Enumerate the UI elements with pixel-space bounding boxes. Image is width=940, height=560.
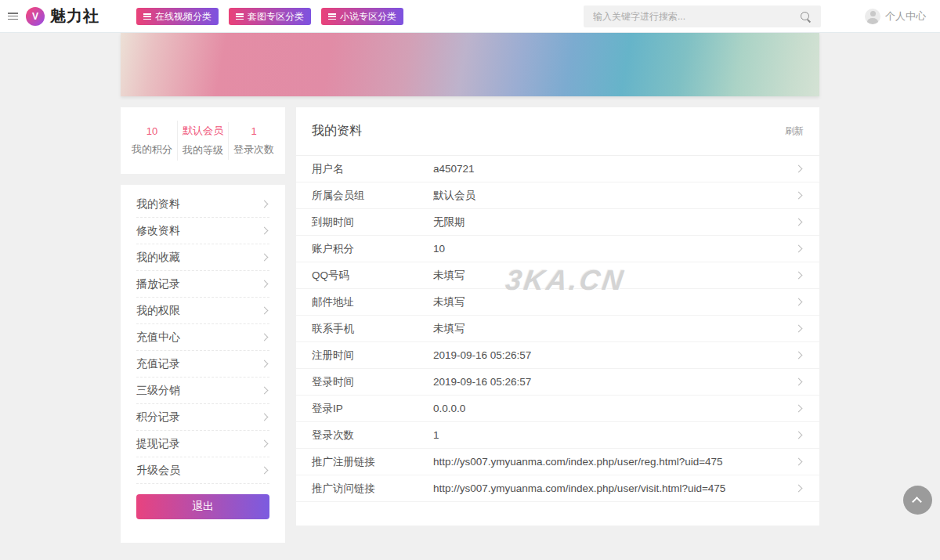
row-value: 2019-09-16 05:26:57 [433,376,796,388]
chevron-right-icon [261,280,269,288]
sidebar-item-distribution[interactable]: 三级分销 [136,378,269,404]
row-label: 登录时间 [312,375,433,389]
menu-label: 修改资料 [136,224,180,238]
row-value: 0.0.0.0 [433,403,796,414]
list-icon [236,13,244,20]
profile-row-login-count[interactable]: 登录次数 1 [296,422,819,449]
site-title[interactable]: 魅力社 [50,5,99,27]
sidebar-item-my-profile[interactable]: 我的资料 [136,191,269,218]
menu-label: 升级会员 [136,464,180,478]
panel-header: 我的资料 刷新 [296,107,819,156]
stat-label: 登录次数 [229,143,279,157]
chevron-up-icon [912,497,922,507]
menu-label: 我的权限 [136,304,180,318]
profile-row-login-ip[interactable]: 登录IP 0.0.0.0 [296,396,819,422]
chevron-right-icon [261,201,269,208]
menu-label: 播放记录 [136,277,180,291]
chevron-right-icon [261,334,269,341]
menu-label: 充值中心 [136,331,180,345]
profile-row-phone[interactable]: 联系手机 未填写 [296,316,819,342]
menu-label: 我的收藏 [136,251,180,265]
row-value: 未填写 [433,322,796,336]
logout-button[interactable]: 退出 [136,494,269,519]
chevron-right-icon [795,432,803,439]
row-value: 10 [433,243,796,255]
sidebar-item-play-history[interactable]: 播放记录 [136,271,269,298]
chevron-right-icon [261,307,269,315]
nav-button-novel-category[interactable]: 小说专区分类 [321,8,403,25]
stat-value: 1 [229,125,279,137]
sidebar: 10 我的积分 默认会员 我的等级 1 登录次数 我的资料 修改资料 我的 [121,107,285,543]
sidebar-item-recharge-history[interactable]: 充值记录 [136,351,269,378]
row-label: 到期时间 [312,215,433,229]
profile-row-login-time[interactable]: 登录时间 2019-09-16 05:26:57 [296,369,819,396]
profile-row-promo-visit-link[interactable]: 推广访问链接 http://ys007.ymyuanma.com/index.p… [296,475,819,502]
chevron-right-icon [261,254,269,262]
avatar-icon [865,9,880,24]
row-value: 未填写 [433,295,796,309]
chevron-right-icon [795,458,803,466]
profile-row-member-group[interactable]: 所属会员组 默认会员 [296,182,819,209]
sidebar-item-favorites[interactable]: 我的收藏 [136,244,269,271]
sidebar-item-edit-profile[interactable]: 修改资料 [136,218,269,244]
row-value: 未填写 [433,269,796,283]
user-center-link[interactable]: 个人中心 [865,0,926,32]
search-icon[interactable] [800,11,812,23]
stat-label: 我的积分 [127,143,177,157]
row-value: http://ys007.ymyuanma.com/index.php/user… [433,482,796,494]
row-value: 无限期 [433,215,796,229]
chevron-right-icon [795,219,803,226]
chevron-right-icon [261,440,269,448]
page-title: 我的资料 [312,123,362,139]
hamburger-menu-icon[interactable] [8,13,18,20]
profile-row-points[interactable]: 账户积分 10 [296,236,819,262]
profile-row-register-time[interactable]: 注册时间 2019-09-16 05:26:57 [296,342,819,369]
chevron-right-icon [795,192,803,200]
stat-level: 默认会员 我的等级 [177,121,228,161]
sidebar-item-permissions[interactable]: 我的权限 [136,298,269,324]
chevron-right-icon [261,387,269,395]
nav-button-gallery-category[interactable]: 套图专区分类 [229,8,311,25]
list-icon [143,13,151,20]
chevron-right-icon [795,485,803,493]
chevron-right-icon [795,272,803,280]
profile-row-email[interactable]: 邮件地址 未填写 [296,289,819,316]
sidebar-item-upgrade-member[interactable]: 升级会员 [136,457,269,484]
row-label: 所属会员组 [312,189,433,203]
category-nav: 在线视频分类 套图专区分类 小说专区分类 [136,8,414,25]
search-box [584,5,821,27]
row-label: 账户积分 [312,242,433,256]
chevron-right-icon [795,245,803,253]
content-container: 10 我的积分 默认会员 我的等级 1 登录次数 我的资料 修改资料 我的 [121,107,819,543]
row-value: 2019-09-16 05:26:57 [433,349,796,361]
nav-button-label: 在线视频分类 [155,10,212,23]
row-value: 1 [433,429,796,441]
site-logo-icon[interactable]: V [26,7,45,26]
refresh-link[interactable]: 刷新 [785,125,804,138]
profile-row-promo-register-link[interactable]: 推广注册链接 http://ys007.ymyuanma.com/index.p… [296,449,819,475]
chevron-right-icon [261,467,269,475]
profile-row-qq[interactable]: QQ号码 未填写 [296,262,819,289]
menu-label: 积分记录 [136,410,180,425]
profile-row-username[interactable]: 用户名 a450721 [296,156,819,182]
chevron-right-icon [795,298,803,306]
stat-logins: 1 登录次数 [228,122,279,160]
row-label: 推广注册链接 [312,455,433,469]
stat-label: 我的等级 [178,143,228,157]
back-to-top-button[interactable] [903,486,932,515]
nav-button-label: 小说专区分类 [340,10,396,23]
search-input[interactable] [584,5,800,27]
profile-row-expiry[interactable]: 到期时间 无限期 [296,209,819,236]
row-value: a450721 [433,163,796,175]
stat-points: 10 我的积分 [127,122,177,160]
sidebar-item-recharge-center[interactable]: 充值中心 [136,324,269,351]
nav-button-video-category[interactable]: 在线视频分类 [136,8,219,25]
row-label: 用户名 [312,162,433,176]
sidebar-item-withdraw-history[interactable]: 提现记录 [136,431,269,457]
user-stats-card: 10 我的积分 默认会员 我的等级 1 登录次数 [121,107,285,174]
menu-label: 我的资料 [136,197,180,211]
row-label: 登录次数 [312,428,433,443]
chevron-right-icon [261,227,269,235]
row-label: 联系手机 [312,322,433,336]
sidebar-item-points-history[interactable]: 积分记录 [136,404,269,431]
